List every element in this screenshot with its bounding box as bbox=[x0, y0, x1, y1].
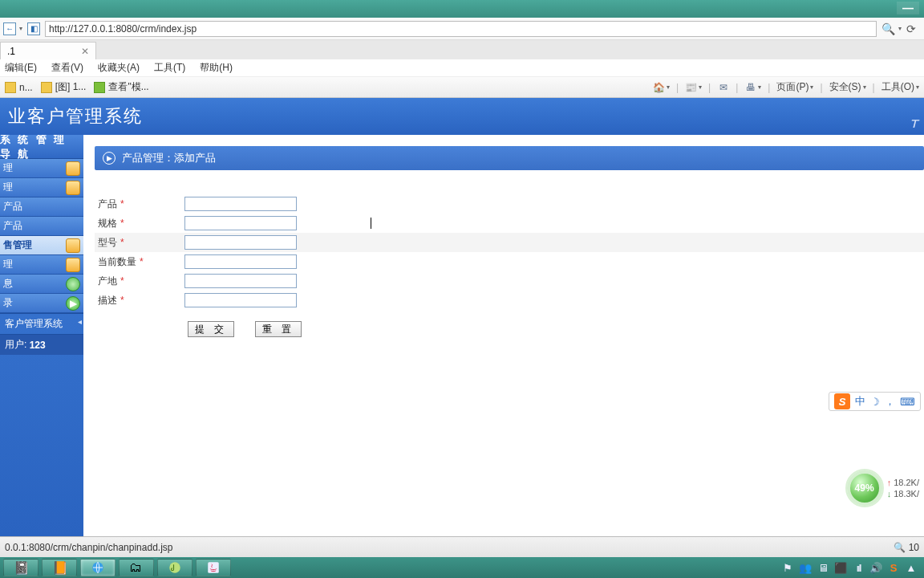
reset-button[interactable]: 重 置 bbox=[255, 321, 302, 337]
label-product: 产品* bbox=[95, 197, 184, 211]
tray-signal-icon[interactable]: ııll bbox=[852, 561, 865, 574]
input-model[interactable] bbox=[184, 235, 297, 250]
taskbar-app-2[interactable]: 📙 bbox=[42, 559, 77, 576]
sogou-icon[interactable]: S bbox=[834, 393, 850, 409]
taskbar-app-1[interactable]: 📓 bbox=[3, 559, 38, 576]
tray-s-icon[interactable]: S bbox=[887, 561, 900, 574]
windows-taskbar: 📓 📙 🗂 ⚑ 👥 🖥 ⬛ ııll 🔊 S ▲ bbox=[0, 557, 924, 578]
tools-menu[interactable]: 工具(O) ▾ bbox=[881, 80, 919, 94]
sidebar-item-2[interactable]: 产品 bbox=[0, 197, 83, 217]
nav-dropdown-icon[interactable]: ▾ bbox=[19, 25, 22, 32]
sidebar-item-7[interactable]: 录 ▶ bbox=[0, 294, 83, 313]
product-form: 产品* 规格* 型号* 当前数量* 产地* 描述* bbox=[95, 194, 924, 337]
folder-icon bbox=[66, 238, 80, 253]
ime-lang[interactable]: 中 bbox=[855, 394, 865, 409]
ime-punct[interactable]: ， bbox=[885, 394, 895, 409]
tray-shield-icon[interactable]: ⬛ bbox=[834, 561, 847, 574]
browser-command-bar: n... [图] 1... 查看"模... 🏠▾ | 📰▾ | ✉ | 🖶▾ |… bbox=[0, 77, 924, 98]
folder-icon bbox=[66, 161, 80, 176]
taskbar-java[interactable] bbox=[196, 559, 231, 576]
tray-people-icon[interactable]: 👥 bbox=[799, 561, 812, 574]
sidebar-item-5[interactable]: 理 bbox=[0, 255, 83, 275]
net-download: 18.3K/ bbox=[887, 489, 919, 499]
search-dropdown-icon[interactable]: ▾ bbox=[898, 25, 902, 32]
menu-edit[interactable]: 编辑(E) bbox=[5, 61, 37, 75]
menu-help[interactable]: 帮助(H) bbox=[200, 61, 233, 75]
tray-volume-icon[interactable]: 🔊 bbox=[869, 561, 882, 574]
form-row-product: 产品* bbox=[95, 194, 924, 214]
menu-favorites[interactable]: 收藏夹(A) bbox=[98, 61, 140, 75]
fav-link-1[interactable]: n... bbox=[5, 82, 33, 93]
input-product[interactable] bbox=[184, 197, 297, 211]
fav-icon bbox=[94, 82, 105, 93]
sidebar-footer-user: 用户: 123 bbox=[0, 334, 83, 355]
arrow-right-icon: ▶ bbox=[103, 152, 116, 165]
sidebar-footer-appname: 客户管理系统 ◂ bbox=[0, 313, 83, 334]
print-button[interactable]: 🖶▾ bbox=[744, 81, 761, 93]
taskbar-explorer[interactable]: 🗂 bbox=[119, 559, 154, 576]
moon-icon[interactable]: ☽ bbox=[870, 396, 880, 408]
feeds-button[interactable]: 📰▾ bbox=[685, 81, 702, 93]
app-logo-icon: ᴛ bbox=[910, 114, 919, 132]
refresh-icon[interactable]: ⟳ bbox=[906, 22, 916, 35]
taskbar-ie[interactable] bbox=[80, 559, 116, 576]
sidebar-item-6[interactable]: 息 bbox=[0, 275, 83, 294]
form-row-spec: 规格* bbox=[95, 214, 924, 233]
page-menu[interactable]: 页面(P) ▾ bbox=[776, 80, 813, 94]
fav-link-3[interactable]: 查看"模... bbox=[94, 80, 148, 94]
label-qty: 当前数量* bbox=[95, 255, 184, 269]
sidebar-item-4[interactable]: 售管理 bbox=[0, 236, 83, 255]
gauge-icon: 49% bbox=[847, 470, 882, 506]
form-row-desc: 描述* bbox=[95, 291, 924, 310]
system-tray: ⚑ 👥 🖥 ⬛ ııll 🔊 S ▲ bbox=[781, 561, 921, 574]
folder-icon bbox=[66, 181, 80, 195]
tray-monitor-icon[interactable]: 🖥 bbox=[817, 561, 829, 574]
label-spec: 规格* bbox=[95, 217, 184, 230]
taskbar-app-music[interactable] bbox=[157, 559, 192, 576]
browser-tab[interactable]: .1 ✕ bbox=[0, 42, 96, 59]
form-row-qty: 当前数量* bbox=[95, 252, 924, 271]
back-button[interactable]: ← bbox=[3, 22, 16, 35]
fav-icon bbox=[5, 82, 16, 93]
search-icon[interactable]: 🔍 bbox=[881, 22, 895, 35]
browser-status-bar: 0.0.1:8080/crm/chanpin/chanpinadd.jsp 🔍 … bbox=[0, 536, 924, 557]
ime-toolbar[interactable]: S 中 ☽ ， ⌨ bbox=[829, 392, 921, 411]
tray-flag-icon[interactable]: ⚑ bbox=[781, 561, 794, 574]
menu-tools[interactable]: 工具(T) bbox=[154, 61, 185, 75]
text-cursor-icon bbox=[371, 218, 371, 229]
sidebar-item-1[interactable]: 理 bbox=[0, 178, 83, 197]
tray-expand-icon[interactable]: ▲ bbox=[905, 561, 918, 574]
submit-button[interactable]: 提 交 bbox=[188, 321, 234, 337]
tab-close-icon[interactable]: ✕ bbox=[81, 46, 89, 57]
input-desc[interactable] bbox=[184, 293, 297, 307]
safety-menu[interactable]: 安全(S) ▾ bbox=[829, 80, 866, 94]
sidebar-item-3[interactable]: 产品 bbox=[0, 217, 83, 236]
sidebar-item-0[interactable]: 理 bbox=[0, 159, 83, 178]
net-upload: 18.2K/ bbox=[887, 478, 919, 487]
network-monitor[interactable]: 49% 18.2K/ 18.3K/ bbox=[847, 470, 919, 506]
app-title: 业客户管理系统 bbox=[8, 104, 143, 128]
input-qty[interactable] bbox=[184, 254, 297, 269]
input-spec[interactable] bbox=[184, 216, 297, 230]
fav-link-2[interactable]: [图] 1... bbox=[41, 80, 87, 94]
svg-point-1 bbox=[169, 562, 180, 573]
label-desc: 描述* bbox=[95, 294, 184, 307]
folder-icon bbox=[66, 258, 80, 272]
menu-view[interactable]: 查看(V) bbox=[51, 61, 83, 75]
home-button[interactable]: 🏠▾ bbox=[653, 81, 670, 93]
fav-icon bbox=[41, 82, 52, 93]
status-url: 0.0.1:8080/crm/chanpin/chanpinadd.jsp bbox=[5, 542, 172, 553]
browser-menu-bar: 编辑(E) 查看(V) 收藏夹(A) 工具(T) 帮助(H) bbox=[0, 59, 924, 77]
zoom-value: 10 bbox=[909, 542, 919, 553]
keyboard-icon[interactable]: ⌨ bbox=[900, 396, 915, 408]
url-input[interactable] bbox=[45, 21, 877, 37]
mail-button[interactable]: ✉ bbox=[717, 81, 729, 93]
collapse-icon[interactable]: ◂ bbox=[78, 317, 82, 326]
play-icon: ▶ bbox=[66, 296, 80, 311]
window-minimize-button[interactable]: — bbox=[897, 2, 919, 14]
panel-heading: ▶ 产品管理：添加产品 bbox=[95, 146, 924, 170]
zoom-icon[interactable]: 🔍 bbox=[894, 542, 906, 553]
input-origin[interactable] bbox=[184, 274, 297, 288]
label-model: 型号* bbox=[95, 236, 184, 250]
tab-title: .1 bbox=[7, 46, 15, 57]
